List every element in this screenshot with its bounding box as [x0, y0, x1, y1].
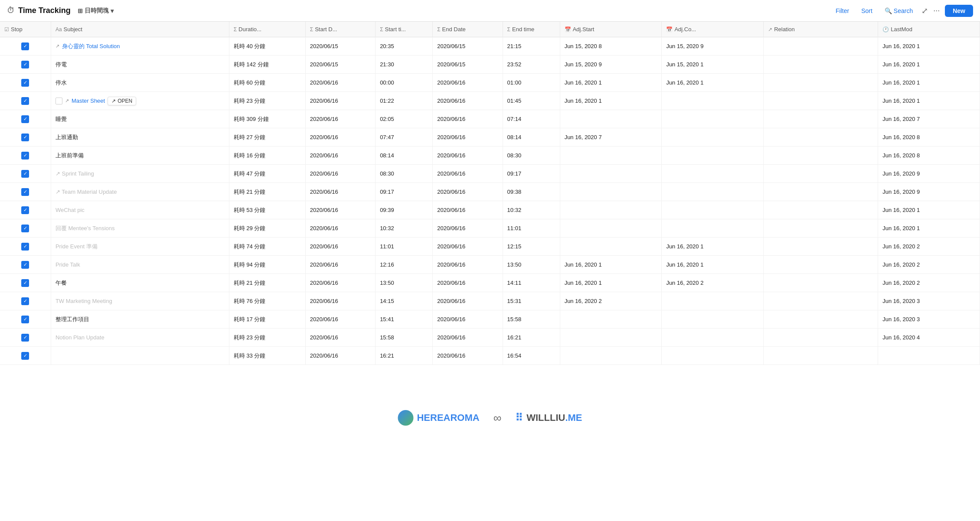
new-button[interactable]: New — [945, 5, 973, 17]
endtime-cell: 07:14 — [503, 110, 560, 128]
expand-icon[interactable]: ⤢ — [921, 6, 928, 16]
sigma-enddate-icon: Σ — [437, 26, 440, 33]
duration-cell: 耗時 33 分鐘 — [229, 347, 305, 365]
link-icon: ↗ — [56, 43, 59, 49]
adjco-cell — [662, 147, 764, 165]
lastmod-cell: Jun 16, 2020 9 — [878, 165, 980, 183]
lastmod-cell: Jun 16, 2020 1 — [878, 74, 980, 92]
subject-cell: Pride Talk — [51, 256, 229, 274]
stop-cell: ✓ — [0, 37, 51, 55]
endtime-cell: 09:38 — [503, 183, 560, 201]
subject-text: 午餐 — [56, 279, 67, 287]
row-checkbox[interactable]: ✓ — [21, 297, 29, 305]
col-label-relation: Relation — [774, 26, 795, 33]
search-button[interactable]: 🔍 Search — [881, 6, 916, 16]
adjco-cell: Jun 16, 2020 1 — [662, 74, 764, 92]
lastmod-cell: Jun 16, 2020 7 — [878, 110, 980, 128]
row-checkbox[interactable]: ✓ — [21, 79, 29, 87]
col-header-endtime[interactable]: Σ End time — [503, 22, 560, 37]
table-row: ✓整理工作項目耗時 17 分鐘2020/06/1615:412020/06/16… — [0, 310, 980, 329]
row-checkbox[interactable]: ✓ — [21, 61, 29, 68]
subject-text: 停水 — [56, 79, 67, 87]
endtime-cell: 12:15 — [503, 238, 560, 256]
enddate-cell: 2020/06/16 — [433, 92, 503, 110]
adjco-cell — [662, 219, 764, 238]
subject-cell: 午餐 — [51, 274, 229, 292]
subject-cell: 整理工作項目 — [51, 310, 229, 329]
open-popup-button[interactable]: ↗ OPEN — [108, 97, 136, 105]
filter-button[interactable]: Filter — [832, 6, 853, 16]
row-checkbox[interactable]: ✓ — [21, 42, 29, 50]
starttime-cell: 20:35 — [376, 37, 433, 55]
more-menu-icon[interactable]: ··· — [933, 6, 940, 15]
enddate-cell: 2020/06/16 — [433, 147, 503, 165]
col-header-duration[interactable]: Σ Duratio... — [229, 22, 305, 37]
col-label-stop: Stop — [11, 26, 23, 33]
stop-cell: ✓ — [0, 201, 51, 219]
row-checkbox[interactable]: ✓ — [21, 225, 29, 232]
adjco-cell — [662, 165, 764, 183]
col-header-subject[interactable]: Aa Subject — [51, 22, 229, 37]
endtime-cell: 11:01 — [503, 219, 560, 238]
adjco-cell: Jun 16, 2020 1 — [662, 238, 764, 256]
col-label-adjstart: Adj.Start — [573, 26, 595, 33]
table-row: ✓睡覺耗時 309 分鐘2020/06/1602:052020/06/1607:… — [0, 110, 980, 128]
stop-cell: ✓ — [0, 147, 51, 165]
row-checkbox[interactable]: ✓ — [21, 170, 29, 178]
table-row: ✓停電耗時 142 分鐘2020/06/1521:302020/06/1523:… — [0, 55, 980, 74]
stop-cell: ✓ — [0, 128, 51, 147]
sort-button[interactable]: Sort — [858, 6, 876, 16]
col-header-stop[interactable]: ☑ Stop — [0, 22, 51, 37]
text-col-icon: Aa — [56, 26, 62, 33]
col-header-enddate[interactable]: Σ End Date — [433, 22, 503, 37]
row-checkbox[interactable]: ✓ — [21, 188, 29, 196]
startdate-cell: 2020/06/16 — [305, 74, 375, 92]
relation-cell — [764, 219, 878, 238]
view-switcher[interactable]: ⊞ 日時間塊 ▾ — [74, 5, 117, 16]
subject-cell: Notion Plan Update — [51, 329, 229, 347]
relation-cell — [764, 292, 878, 310]
col-header-adjstart[interactable]: 📅 Adj.Start — [560, 22, 662, 37]
row-checkbox[interactable]: ✓ — [21, 134, 29, 141]
col-header-startdate[interactable]: Σ Start D... — [305, 22, 375, 37]
row-checkbox[interactable]: ✓ — [21, 352, 29, 360]
row-checkbox[interactable]: ✓ — [21, 115, 29, 123]
starttime-cell: 08:30 — [376, 165, 433, 183]
col-header-relation[interactable]: ↗ Relation — [764, 22, 878, 37]
subject-text: ↗ Sprint Tailing — [56, 170, 94, 177]
col-header-lastmod[interactable]: 🕐 LastMod — [878, 22, 980, 37]
row-checkbox[interactable]: ✓ — [21, 316, 29, 323]
startdate-cell: 2020/06/16 — [305, 329, 375, 347]
subject-cell — [51, 347, 229, 365]
relation-cell — [764, 128, 878, 147]
starttime-cell: 09:39 — [376, 201, 433, 219]
row-checkbox[interactable]: ✓ — [21, 97, 29, 105]
enddate-cell: 2020/06/16 — [433, 238, 503, 256]
table-row: ✓上班前準備耗時 16 分鐘2020/06/1608:142020/06/160… — [0, 147, 980, 165]
starttime-cell: 14:15 — [376, 292, 433, 310]
endtime-cell: 16:21 — [503, 329, 560, 347]
endtime-cell: 14:11 — [503, 274, 560, 292]
col-label-startdate: Start D... — [315, 26, 337, 33]
startdate-cell: 2020/06/16 — [305, 128, 375, 147]
row-checkbox[interactable]: ✓ — [21, 206, 29, 214]
endtime-cell: 10:32 — [503, 201, 560, 219]
row-checkbox[interactable]: ✓ — [21, 279, 29, 287]
row-checkbox[interactable]: ✓ — [21, 334, 29, 342]
col-header-starttime[interactable]: Σ Start ti... — [376, 22, 433, 37]
stop-cell: ✓ — [0, 238, 51, 256]
row-checkbox[interactable]: ✓ — [21, 261, 29, 269]
endtime-cell: 21:15 — [503, 37, 560, 55]
adjco-cell — [662, 310, 764, 329]
subject-cell: TW Marketing Meeting — [51, 292, 229, 310]
row-checkbox[interactable]: ✓ — [21, 152, 29, 160]
endtime-cell: 16:54 — [503, 347, 560, 365]
startdate-cell: 2020/06/16 — [305, 201, 375, 219]
enddate-cell: 2020/06/16 — [433, 128, 503, 147]
table-row: ✓↗身心靈的 Total Solution耗時 40 分鐘2020/06/152… — [0, 37, 980, 55]
table-row: ✓↗ Sprint Tailing耗時 47 分鐘2020/06/1608:30… — [0, 165, 980, 183]
col-header-adjco[interactable]: 📅 Adj.Co... — [662, 22, 764, 37]
stop-cell: ✓ — [0, 165, 51, 183]
subject-text: 上班通勤 — [56, 134, 78, 141]
row-checkbox[interactable]: ✓ — [21, 243, 29, 251]
